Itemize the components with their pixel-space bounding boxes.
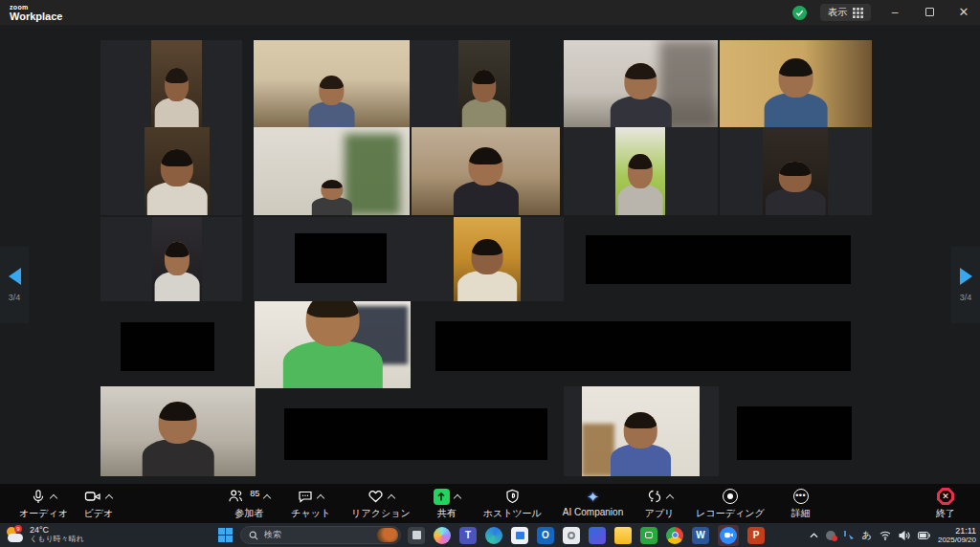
- participant-tile-camera-off[interactable]: [295, 233, 387, 283]
- participant-silhouette: [308, 72, 355, 127]
- share-options-chevron[interactable]: [453, 493, 460, 501]
- security-shield-icon[interactable]: [792, 6, 807, 20]
- chat-app-icon[interactable]: [640, 527, 657, 544]
- audio-button[interactable]: オーディオ: [13, 486, 74, 522]
- teams-icon[interactable]: T: [459, 527, 477, 544]
- record-icon: [723, 489, 738, 504]
- participant-video-tile[interactable]: [100, 386, 256, 476]
- brand-workplace-text: Workplace: [10, 11, 62, 22]
- ime-indicator[interactable]: あ: [862, 529, 872, 542]
- zoom-app-active[interactable]: [718, 525, 739, 546]
- more-button[interactable]: ••• 詳細: [780, 486, 822, 522]
- participant-video-tile[interactable]: [412, 127, 560, 215]
- powerpoint-icon[interactable]: P: [747, 527, 765, 544]
- ai-companion-label: AI Companion: [563, 507, 623, 517]
- app-brand: zoom Workplace: [10, 4, 62, 22]
- close-button[interactable]: ✕: [953, 0, 974, 25]
- titlebar: zoom Workplace 表示 – ✕: [0, 0, 980, 25]
- maximize-button[interactable]: [919, 0, 940, 25]
- taskbar-clock[interactable]: 21:11 2025/09/20: [938, 526, 976, 545]
- settings-app-icon[interactable]: [563, 527, 580, 544]
- end-meeting-button[interactable]: ✕ 終了: [924, 486, 967, 522]
- participant-video-tile[interactable]: [152, 217, 202, 301]
- video-options-chevron[interactable]: [105, 493, 113, 501]
- next-arrow-icon: [960, 268, 972, 285]
- host-tools-label: ホストツール: [483, 507, 542, 520]
- participant-silhouette: [457, 234, 517, 301]
- ai-companion-button[interactable]: ✦ AI Companion: [557, 486, 629, 519]
- participants-options-chevron[interactable]: [263, 493, 271, 501]
- start-button[interactable]: [218, 528, 234, 543]
- view-button[interactable]: 表示: [820, 4, 871, 21]
- apps-options-chevron[interactable]: [665, 493, 673, 501]
- chat-options-chevron[interactable]: [317, 493, 324, 501]
- participant-silhouette: [610, 57, 671, 127]
- task-view-icon[interactable]: [408, 527, 425, 544]
- participant-video-tile[interactable]: [720, 40, 872, 127]
- participant-video-tile[interactable]: [564, 40, 718, 127]
- share-button[interactable]: 共有: [426, 486, 468, 522]
- chrome-icon[interactable]: [666, 527, 683, 544]
- host-tools-button[interactable]: ホストツール: [478, 486, 547, 522]
- volume-icon[interactable]: [899, 531, 910, 540]
- chat-button[interactable]: チャット: [285, 486, 336, 522]
- reactions-label: リアクション: [351, 507, 410, 520]
- clock-time: 21:11: [938, 526, 976, 536]
- audio-options-chevron[interactable]: [50, 493, 57, 501]
- participant-video-tile[interactable]: [763, 127, 828, 215]
- wifi-icon[interactable]: [880, 531, 891, 540]
- notification-app-icon[interactable]: [826, 531, 835, 540]
- participant-tile-camera-off[interactable]: [737, 406, 852, 460]
- edge-icon[interactable]: [485, 527, 502, 544]
- reactions-options-chevron[interactable]: [388, 493, 395, 501]
- outlook-icon[interactable]: O: [537, 527, 554, 544]
- participant-video-tile[interactable]: [615, 127, 665, 215]
- recording-button[interactable]: レコーディング: [690, 486, 769, 522]
- participants-icon: [228, 489, 243, 504]
- participant-video-tile[interactable]: [255, 301, 411, 388]
- maximize-icon: [925, 8, 934, 16]
- video-button[interactable]: ビデオ: [78, 486, 120, 522]
- word-icon[interactable]: W: [692, 527, 709, 544]
- participant-video-tile[interactable]: [254, 127, 410, 215]
- participant-video-tile[interactable]: [582, 386, 700, 476]
- search-highlight-image[interactable]: [377, 528, 398, 542]
- store-icon[interactable]: [511, 527, 528, 544]
- microphone-icon: [31, 489, 46, 505]
- copilot-icon[interactable]: [434, 527, 451, 544]
- taskbar-search-box[interactable]: 検索: [240, 526, 401, 544]
- minimize-button[interactable]: –: [884, 0, 905, 25]
- participant-tile-camera-off[interactable]: [586, 235, 851, 284]
- app-blue-icon[interactable]: [589, 527, 606, 544]
- taskbar-app-icons: T O W P: [408, 525, 765, 546]
- gallery-grid-icon: [853, 8, 863, 18]
- participants-button[interactable]: 85 参加者: [222, 486, 276, 522]
- participant-tile-camera-off[interactable]: [121, 322, 214, 371]
- windows-taskbar: 9 24°C くもり時々晴れ 検索 T O: [0, 523, 980, 547]
- weather-widget[interactable]: 9 24°C くもり時々晴れ: [6, 525, 84, 544]
- prev-arrow-icon: [9, 268, 21, 285]
- pen-bluetooth-icon[interactable]: [843, 530, 855, 540]
- system-tray: あ 21:11 2025/09/20: [810, 523, 976, 547]
- participant-video-tile[interactable]: [454, 217, 521, 301]
- participant-silhouette: [154, 63, 199, 127]
- search-placeholder: 検索: [264, 529, 371, 541]
- apps-button[interactable]: アプリ: [638, 486, 680, 522]
- participant-silhouette: [611, 406, 672, 476]
- participant-video-tile[interactable]: [458, 40, 510, 127]
- gallery-prev-page[interactable]: 3/4: [0, 247, 29, 323]
- participant-video-tile[interactable]: [254, 40, 410, 127]
- participant-tile-camera-off[interactable]: [435, 321, 851, 371]
- participant-video-tile[interactable]: [145, 127, 210, 215]
- participant-silhouette: [453, 142, 518, 215]
- tray-expand-chevron[interactable]: [810, 533, 818, 538]
- reactions-button[interactable]: リアクション: [345, 486, 415, 522]
- participant-video-tile[interactable]: [151, 40, 202, 127]
- audio-label: オーディオ: [19, 507, 68, 520]
- more-ellipsis-icon: •••: [793, 489, 809, 504]
- battery-icon[interactable]: [918, 532, 930, 539]
- file-explorer-icon[interactable]: [614, 527, 632, 544]
- participant-tile-camera-off[interactable]: [284, 408, 547, 460]
- gallery-next-page[interactable]: 3/4: [951, 247, 980, 323]
- page-indicator-left: 3/4: [9, 293, 21, 302]
